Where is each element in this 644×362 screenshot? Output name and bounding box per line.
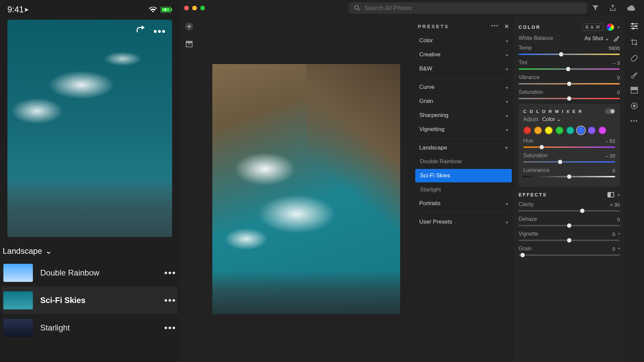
preset-group[interactable]: Curve bbox=[415, 80, 512, 94]
hue-value: – 52 bbox=[605, 138, 615, 144]
swatch-red[interactable] bbox=[523, 126, 531, 134]
preset-group[interactable]: Sharpening bbox=[415, 108, 512, 122]
color-mixer-card: C O L O R M I X E R Adjust Color ⌄ bbox=[519, 104, 620, 187]
chevron-left-icon[interactable]: ◂ bbox=[618, 231, 620, 237]
svg-rect-7 bbox=[186, 43, 192, 47]
share-arrow-icon[interactable] bbox=[136, 26, 146, 37]
split-tone-icon[interactable] bbox=[607, 192, 614, 197]
chevron-down-icon[interactable]: ▾ bbox=[618, 25, 620, 30]
preset-group[interactable]: B&W bbox=[415, 62, 512, 76]
vibrance-value: 0 bbox=[617, 75, 620, 80]
chevron-down-icon[interactable]: ▾ bbox=[618, 192, 620, 197]
dehaze-slider[interactable] bbox=[519, 225, 620, 226]
temp-label: Temp bbox=[519, 45, 532, 51]
preset-group-user[interactable]: User Presets bbox=[415, 215, 512, 229]
share-icon[interactable] bbox=[609, 4, 616, 12]
preset-name: Double Rainbow bbox=[40, 268, 157, 278]
preset-group[interactable]: Creative bbox=[415, 48, 512, 62]
color-section-title: COLOR bbox=[519, 24, 541, 30]
healing-icon[interactable] bbox=[630, 54, 638, 62]
color-swatches bbox=[523, 126, 615, 134]
vignette-slider[interactable] bbox=[519, 240, 620, 241]
location-icon: ➤ bbox=[24, 6, 29, 13]
preset-item-selected[interactable]: Sci-Fi Skies bbox=[415, 169, 512, 182]
mixer-sat-slider[interactable] bbox=[523, 161, 615, 163]
bw-toggle[interactable]: B & W bbox=[583, 23, 603, 31]
swatch-orange[interactable] bbox=[534, 126, 542, 134]
adjust-icon[interactable] bbox=[630, 22, 639, 30]
temp-slider[interactable] bbox=[519, 54, 620, 55]
add-photo-icon[interactable] bbox=[185, 22, 194, 31]
clarity-value: + 30 bbox=[610, 202, 620, 207]
svg-rect-6 bbox=[186, 41, 193, 43]
swatch-green[interactable] bbox=[555, 126, 564, 134]
preset-group[interactable]: Color bbox=[415, 34, 512, 48]
white-balance-dropdown[interactable]: As Shot ⌄ bbox=[585, 35, 609, 42]
svg-rect-14 bbox=[631, 55, 638, 62]
filter-icon[interactable] bbox=[592, 4, 599, 12]
luminance-slider[interactable] bbox=[523, 176, 615, 177]
more-icon[interactable]: ••• bbox=[164, 295, 176, 306]
mobile-preset-item[interactable]: Sci-Fi Skies ••• bbox=[2, 287, 177, 314]
clarity-slider[interactable] bbox=[519, 210, 620, 212]
tint-label: Tint bbox=[519, 60, 527, 66]
swatch-yellow[interactable] bbox=[545, 126, 553, 134]
saturation-slider[interactable] bbox=[519, 98, 620, 99]
preset-group-portraits[interactable]: Portraits bbox=[415, 196, 512, 210]
mobile-status-bar: 9:41 ➤ bbox=[0, 0, 179, 17]
left-toolbar bbox=[179, 16, 199, 362]
search-field[interactable] bbox=[349, 2, 587, 14]
tint-slider[interactable] bbox=[519, 68, 620, 70]
search-input[interactable] bbox=[364, 5, 582, 12]
mobile-preset-item[interactable]: Double Rainbow ••• bbox=[2, 259, 177, 287]
vibrance-slider[interactable] bbox=[519, 83, 620, 84]
right-toolbar: ••• bbox=[625, 16, 644, 362]
preset-item[interactable]: Double Rainbow bbox=[415, 155, 512, 168]
edit-panel: COLOR B & W ▾ White Balance As Shot ⌄ Te… bbox=[514, 16, 625, 362]
mixer-sat-label: Saturation bbox=[523, 153, 548, 159]
more-icon[interactable]: ••• bbox=[153, 26, 166, 37]
more-icon[interactable]: ••• bbox=[164, 322, 176, 333]
swatch-teal[interactable] bbox=[566, 126, 574, 134]
svg-line-4 bbox=[358, 9, 360, 10]
swatch-blue[interactable] bbox=[577, 126, 585, 134]
preset-name: Sci-Fi Skies bbox=[40, 296, 157, 305]
more-icon[interactable]: ••• bbox=[491, 23, 499, 30]
mobile-preset-group[interactable]: Landscape ⌄ bbox=[2, 243, 177, 259]
archive-icon[interactable] bbox=[185, 40, 193, 48]
preset-group-landscape[interactable]: Landscape bbox=[415, 141, 512, 155]
radial-gradient-icon[interactable] bbox=[630, 102, 638, 110]
preset-group[interactable]: Vignetting bbox=[415, 122, 512, 136]
mobile-preset-item[interactable]: Starlight ••• bbox=[2, 314, 177, 342]
swatch-purple[interactable] bbox=[588, 126, 596, 134]
brush-icon[interactable] bbox=[630, 70, 638, 78]
crop-icon[interactable] bbox=[630, 38, 638, 46]
battery-icon bbox=[161, 7, 172, 13]
more-icon[interactable]: ••• bbox=[164, 267, 176, 278]
vignette-value: 0 bbox=[612, 231, 615, 237]
grain-slider[interactable] bbox=[519, 254, 620, 256]
linear-gradient-icon[interactable] bbox=[630, 86, 638, 94]
close-icon[interactable]: ✕ bbox=[504, 23, 509, 30]
color-wheel-icon[interactable] bbox=[607, 23, 614, 31]
cloud-icon[interactable] bbox=[627, 5, 636, 11]
adjust-dropdown[interactable]: Color ⌄ bbox=[542, 116, 561, 122]
preset-item[interactable]: Starlight bbox=[415, 183, 512, 196]
dehaze-value: 0 bbox=[617, 217, 620, 222]
presets-panel: PRESETS ••• ✕ Color Creative B&W Curve G… bbox=[413, 16, 514, 362]
more-icon[interactable]: ••• bbox=[631, 118, 638, 124]
preset-group[interactable]: Grain bbox=[415, 94, 512, 108]
luminance-label: Luminance bbox=[523, 167, 549, 173]
hue-label: Hue bbox=[523, 138, 533, 144]
main-photo[interactable] bbox=[212, 64, 400, 314]
traffic-lights[interactable] bbox=[184, 6, 205, 10]
effects-title: EFFECTS bbox=[519, 192, 547, 197]
swatch-magenta[interactable] bbox=[598, 126, 606, 134]
hue-slider[interactable] bbox=[523, 146, 615, 148]
chevron-left-icon[interactable]: ◂ bbox=[618, 246, 620, 252]
eyedropper-icon[interactable] bbox=[613, 35, 620, 42]
svg-rect-2 bbox=[171, 8, 172, 11]
mixer-sat-value: – 20 bbox=[605, 153, 615, 159]
mixer-toggle[interactable] bbox=[605, 109, 615, 114]
preset-thumb bbox=[3, 319, 33, 337]
